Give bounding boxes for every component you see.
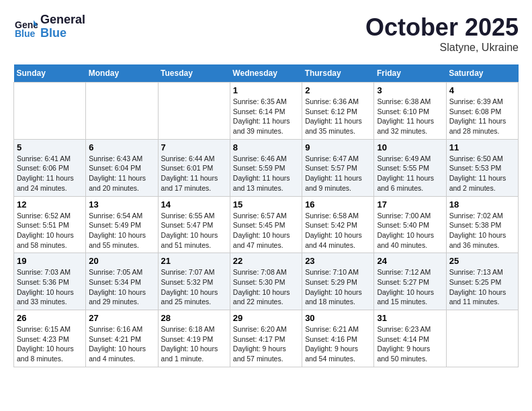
day-info: Sunrise: 6:20 AM Sunset: 4:17 PM Dayligh… <box>233 324 299 364</box>
day-info: Sunrise: 7:08 AM Sunset: 5:30 PM Dayligh… <box>233 267 299 307</box>
weekday-header-thursday: Thursday <box>302 64 374 83</box>
day-number: 12 <box>17 199 83 210</box>
calendar-cell: 2Sunrise: 6:36 AM Sunset: 6:12 PM Daylig… <box>302 83 374 140</box>
calendar-cell: 27Sunrise: 6:16 AM Sunset: 4:21 PM Dayli… <box>86 310 158 367</box>
day-info: Sunrise: 6:21 AM Sunset: 4:16 PM Dayligh… <box>305 324 371 364</box>
day-number: 13 <box>89 199 154 210</box>
day-number: 23 <box>305 256 371 266</box>
calendar-cell <box>446 310 518 367</box>
calendar-cell: 7Sunrise: 6:44 AM Sunset: 6:01 PM Daylig… <box>158 139 230 196</box>
weekday-header-monday: Monday <box>86 64 158 83</box>
day-number: 19 <box>17 256 83 266</box>
calendar-cell: 3Sunrise: 6:38 AM Sunset: 6:10 PM Daylig… <box>374 83 446 140</box>
calendar-cell: 5Sunrise: 6:41 AM Sunset: 6:06 PM Daylig… <box>14 139 86 196</box>
weekday-header-tuesday: Tuesday <box>158 64 230 83</box>
day-number: 28 <box>161 313 227 323</box>
day-info: Sunrise: 6:54 AM Sunset: 5:49 PM Dayligh… <box>89 211 154 250</box>
calendar-cell: 12Sunrise: 6:52 AM Sunset: 5:51 PM Dayli… <box>14 196 86 253</box>
calendar-table: SundayMondayTuesdayWednesdayThursdayFrid… <box>13 64 519 367</box>
day-number: 27 <box>89 313 154 323</box>
calendar-cell: 29Sunrise: 6:20 AM Sunset: 4:17 PM Dayli… <box>230 310 302 367</box>
calendar-cell: 14Sunrise: 6:55 AM Sunset: 5:47 PM Dayli… <box>158 196 230 253</box>
day-number: 26 <box>17 313 83 323</box>
calendar-cell: 30Sunrise: 6:21 AM Sunset: 4:16 PM Dayli… <box>302 310 374 367</box>
calendar-cell: 25Sunrise: 7:13 AM Sunset: 5:25 PM Dayli… <box>446 253 518 310</box>
calendar-cell: 31Sunrise: 6:23 AM Sunset: 4:14 PM Dayli… <box>374 310 446 367</box>
day-info: Sunrise: 7:02 AM Sunset: 5:38 PM Dayligh… <box>449 211 515 250</box>
calendar-cell: 15Sunrise: 6:57 AM Sunset: 5:45 PM Dayli… <box>230 196 302 253</box>
day-info: Sunrise: 6:57 AM Sunset: 5:45 PM Dayligh… <box>233 211 299 250</box>
logo: General Blue General Blue <box>13 13 85 40</box>
calendar-cell: 1Sunrise: 6:35 AM Sunset: 6:14 PM Daylig… <box>230 83 302 140</box>
day-info: Sunrise: 6:35 AM Sunset: 6:14 PM Dayligh… <box>233 97 299 136</box>
calendar-cell: 23Sunrise: 7:10 AM Sunset: 5:29 PM Dayli… <box>302 253 374 310</box>
day-number: 24 <box>377 256 443 266</box>
calendar-cell <box>158 83 230 140</box>
day-info: Sunrise: 7:05 AM Sunset: 5:34 PM Dayligh… <box>89 267 154 307</box>
day-number: 21 <box>161 256 227 266</box>
day-number: 11 <box>449 142 515 152</box>
day-info: Sunrise: 7:03 AM Sunset: 5:36 PM Dayligh… <box>17 267 83 307</box>
day-info: Sunrise: 6:23 AM Sunset: 4:14 PM Dayligh… <box>377 324 443 364</box>
day-number: 4 <box>449 85 515 95</box>
day-info: Sunrise: 6:43 AM Sunset: 6:04 PM Dayligh… <box>89 154 154 193</box>
day-number: 10 <box>377 142 443 152</box>
day-info: Sunrise: 7:10 AM Sunset: 5:29 PM Dayligh… <box>305 267 371 307</box>
calendar-week-row: 12Sunrise: 6:52 AM Sunset: 5:51 PM Dayli… <box>14 196 519 253</box>
day-info: Sunrise: 6:47 AM Sunset: 5:57 PM Dayligh… <box>305 154 371 193</box>
day-info: Sunrise: 6:38 AM Sunset: 6:10 PM Dayligh… <box>377 97 443 136</box>
day-info: Sunrise: 6:58 AM Sunset: 5:42 PM Dayligh… <box>305 211 371 250</box>
day-info: Sunrise: 6:39 AM Sunset: 6:08 PM Dayligh… <box>449 97 515 136</box>
day-number: 3 <box>377 85 443 95</box>
day-info: Sunrise: 7:12 AM Sunset: 5:27 PM Dayligh… <box>377 267 443 307</box>
day-info: Sunrise: 6:50 AM Sunset: 5:53 PM Dayligh… <box>449 154 515 193</box>
calendar-week-row: 19Sunrise: 7:03 AM Sunset: 5:36 PM Dayli… <box>14 253 519 310</box>
day-info: Sunrise: 6:15 AM Sunset: 4:23 PM Dayligh… <box>17 324 83 364</box>
day-info: Sunrise: 6:49 AM Sunset: 5:55 PM Dayligh… <box>377 154 443 193</box>
calendar-cell: 8Sunrise: 6:46 AM Sunset: 5:59 PM Daylig… <box>230 139 302 196</box>
calendar-cell: 24Sunrise: 7:12 AM Sunset: 5:27 PM Dayli… <box>374 253 446 310</box>
calendar-cell: 13Sunrise: 6:54 AM Sunset: 5:49 PM Dayli… <box>86 196 158 253</box>
calendar-cell: 26Sunrise: 6:15 AM Sunset: 4:23 PM Dayli… <box>14 310 86 367</box>
day-info: Sunrise: 7:13 AM Sunset: 5:25 PM Dayligh… <box>449 267 515 307</box>
day-info: Sunrise: 6:46 AM Sunset: 5:59 PM Dayligh… <box>233 154 299 193</box>
day-number: 29 <box>233 313 299 323</box>
calendar-cell: 9Sunrise: 6:47 AM Sunset: 5:57 PM Daylig… <box>302 139 374 196</box>
day-info: Sunrise: 7:00 AM Sunset: 5:40 PM Dayligh… <box>377 211 443 250</box>
month-title: October 2025 <box>365 13 519 42</box>
weekday-header-friday: Friday <box>374 64 446 83</box>
day-number: 8 <box>233 142 299 152</box>
calendar-cell: 18Sunrise: 7:02 AM Sunset: 5:38 PM Dayli… <box>446 196 518 253</box>
logo-icon: General Blue <box>13 15 38 39</box>
calendar-week-row: 26Sunrise: 6:15 AM Sunset: 4:23 PM Dayli… <box>14 310 519 367</box>
day-number: 31 <box>377 313 443 323</box>
day-number: 16 <box>305 199 371 210</box>
logo-line2: Blue <box>40 27 85 40</box>
weekday-header-sunday: Sunday <box>14 64 86 83</box>
day-number: 18 <box>449 199 515 210</box>
calendar-cell: 28Sunrise: 6:18 AM Sunset: 4:19 PM Dayli… <box>158 310 230 367</box>
calendar-cell: 21Sunrise: 7:07 AM Sunset: 5:32 PM Dayli… <box>158 253 230 310</box>
calendar-cell: 17Sunrise: 7:00 AM Sunset: 5:40 PM Dayli… <box>374 196 446 253</box>
calendar-cell: 20Sunrise: 7:05 AM Sunset: 5:34 PM Dayli… <box>86 253 158 310</box>
weekday-header-wednesday: Wednesday <box>230 64 302 83</box>
day-number: 15 <box>233 199 299 210</box>
page-header: General Blue General Blue October 2025 S… <box>13 13 519 54</box>
day-info: Sunrise: 6:41 AM Sunset: 6:06 PM Dayligh… <box>17 154 83 193</box>
day-number: 1 <box>233 85 299 95</box>
day-number: 2 <box>305 85 371 95</box>
calendar-week-row: 1Sunrise: 6:35 AM Sunset: 6:14 PM Daylig… <box>14 83 519 140</box>
day-info: Sunrise: 6:18 AM Sunset: 4:19 PM Dayligh… <box>161 324 227 364</box>
day-number: 6 <box>89 142 154 152</box>
day-number: 14 <box>161 199 227 210</box>
title-block: October 2025 Slatyne, Ukraine <box>365 13 519 54</box>
day-number: 25 <box>449 256 515 266</box>
calendar-cell: 11Sunrise: 6:50 AM Sunset: 5:53 PM Dayli… <box>446 139 518 196</box>
day-number: 5 <box>17 142 83 152</box>
calendar-cell: 16Sunrise: 6:58 AM Sunset: 5:42 PM Dayli… <box>302 196 374 253</box>
day-number: 17 <box>377 199 443 210</box>
day-number: 20 <box>89 256 154 266</box>
day-info: Sunrise: 6:16 AM Sunset: 4:21 PM Dayligh… <box>89 324 154 364</box>
day-info: Sunrise: 6:36 AM Sunset: 6:12 PM Dayligh… <box>305 97 371 136</box>
day-info: Sunrise: 7:07 AM Sunset: 5:32 PM Dayligh… <box>161 267 227 307</box>
